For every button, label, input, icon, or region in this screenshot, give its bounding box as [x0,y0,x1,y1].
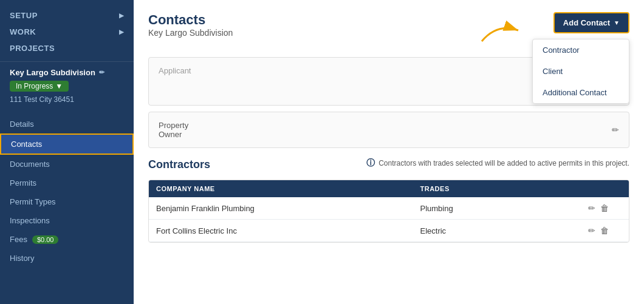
dropdown-item-additional-contact[interactable]: Additional Contact [533,82,629,103]
setup-nav-item[interactable]: SETUP ▶ [10,7,124,24]
sidebar-item-documents[interactable]: Documents [0,155,134,174]
work-label: WORK [10,27,36,36]
table-row: Fort Collins Electric Inc Electric ✏ 🗑 [149,220,629,242]
contractors-table: COMPANY NAME TRADES Benjamin Franklin Pl… [149,180,629,242]
column-header-company: COMPANY NAME [149,180,413,197]
setup-label: SETUP [10,11,38,20]
edit-contractor-icon[interactable]: ✏ [588,203,595,213]
page-subtitle: Key Largo Subdivision [148,28,233,38]
work-nav-item[interactable]: WORK ▶ [10,24,124,40]
property-owner-card: Property Owner ✏ [148,112,629,148]
status-caret-icon: ▼ [55,82,63,90]
projects-label: PROJECTS [10,44,55,53]
fees-badge: $0.00 [32,235,59,244]
sidebar-item-permit-types[interactable]: Permit Types [0,192,134,211]
company-name-cell: Fort Collins Electric Inc [149,220,413,242]
column-header-actions [581,180,629,197]
property-owner-text: Property Owner [159,121,188,139]
dropdown-item-contractor[interactable]: Contractor [533,39,629,61]
contractors-table-wrapper: COMPANY NAME TRADES Benjamin Franklin Pl… [148,180,629,243]
page-title: Contacts [148,12,233,28]
column-header-trades: TRADES [413,180,581,197]
project-address: 111 Test City 36451 [10,95,124,104]
table-row: Benjamin Franklin Plumbing Plumbing ✏ 🗑 [149,197,629,220]
page-header: Contacts Key Largo Subdivision Add Conta… [148,12,629,47]
main-content: Contacts Key Largo Subdivision Add Conta… [134,0,644,304]
add-contact-caret-icon: ▼ [614,19,620,26]
row-actions: ✏ 🗑 [588,226,622,235]
status-badge[interactable]: In Progress ▼ [10,81,69,92]
arrow-indicator [479,17,527,47]
sidebar-menu: Details Contacts Documents Permits Permi… [0,115,134,304]
sidebar-item-contacts[interactable]: Contacts [0,133,134,155]
actions-cell: ✏ 🗑 [581,220,629,242]
delete-contractor-icon[interactable]: 🗑 [600,226,609,235]
actions-cell: ✏ 🗑 [581,197,629,220]
contractors-section-title: Contractors [148,158,210,171]
delete-contractor-icon[interactable]: 🗑 [600,203,609,213]
edit-project-icon[interactable]: ✏ [99,69,104,76]
dropdown-item-client[interactable]: Client [533,61,629,82]
trades-cell: Plumbing [413,197,581,220]
sidebar-item-inspections[interactable]: Inspections [0,211,134,230]
applicant-label: Applicant [159,66,191,75]
contractors-section: Contractors ⓘ Contractors with trades se… [148,158,629,243]
contractors-table-body: Benjamin Franklin Plumbing Plumbing ✏ 🗑 … [149,197,629,242]
add-contact-dropdown: Add Contact ▼ Contractor Client Addition… [553,12,629,33]
top-nav: SETUP ▶ WORK ▶ PROJECTS [0,0,134,61]
setup-arrow: ▶ [119,12,125,19]
page-titles: Contacts Key Largo Subdivision [148,12,233,47]
work-arrow: ▶ [119,29,125,35]
edit-property-owner-icon[interactable]: ✏ [612,125,619,135]
contractors-info: ⓘ Contractors with trades selected will … [366,158,629,169]
table-header: COMPANY NAME TRADES [149,180,629,197]
edit-contractor-icon[interactable]: ✏ [588,226,595,235]
sidebar-item-details[interactable]: Details [0,115,134,133]
project-name: Key Largo Subdivision ✏ [10,68,124,77]
sidebar-item-fees[interactable]: Fees $0.00 [0,230,134,249]
sidebar: SETUP ▶ WORK ▶ PROJECTS Key Largo Subdiv… [0,0,134,304]
project-section: Key Largo Subdivision ✏ In Progress ▼ 11… [0,61,134,110]
company-name-cell: Benjamin Franklin Plumbing [149,197,413,220]
row-actions: ✏ 🗑 [588,203,622,213]
projects-nav-item[interactable]: PROJECTS [10,40,124,56]
sidebar-item-permits[interactable]: Permits [0,174,134,192]
info-icon: ⓘ [366,158,375,169]
contact-type-dropdown-menu: Contractor Client Additional Contact [532,39,629,104]
sidebar-item-history[interactable]: History [0,249,134,268]
trades-cell: Electric [413,220,581,242]
add-contact-button[interactable]: Add Contact ▼ [553,12,629,33]
